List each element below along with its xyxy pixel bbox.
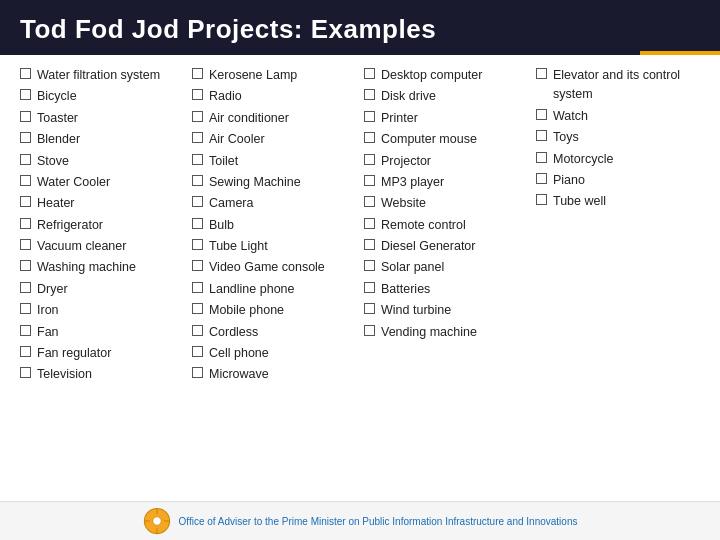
list-item: Tube well [536,191,700,212]
item-label: Batteries [381,280,430,299]
checkbox-icon[interactable] [20,239,31,250]
checkbox-icon[interactable] [536,68,547,79]
svg-point-1 [152,517,160,525]
list-item: Water filtration system [20,65,184,86]
checkbox-icon[interactable] [20,132,31,143]
checkbox-icon[interactable] [192,111,203,122]
item-label: Projector [381,152,431,171]
checkbox-icon[interactable] [536,173,547,184]
checkbox-icon[interactable] [364,154,375,165]
list-item: Fan [20,322,184,343]
checkbox-icon[interactable] [20,111,31,122]
item-label: Washing machine [37,258,136,277]
list-item: Camera [192,193,356,214]
list-item: Washing machine [20,257,184,278]
item-label: Sewing Machine [209,173,301,192]
checkbox-icon[interactable] [20,175,31,186]
content: Water filtration systemBicycleToasterBle… [0,55,720,501]
checkbox-icon[interactable] [192,154,203,165]
list-item: Water Cooler [20,172,184,193]
checkbox-icon[interactable] [364,68,375,79]
checkbox-icon[interactable] [536,109,547,120]
checkbox-icon[interactable] [364,282,375,293]
list-item: Radio [192,86,356,107]
checkbox-icon[interactable] [364,196,375,207]
list-item: Air conditioner [192,108,356,129]
checkbox-icon[interactable] [364,111,375,122]
list-item: Iron [20,300,184,321]
checkbox-icon[interactable] [192,239,203,250]
list-item: Toys [536,127,700,148]
list-item: Air Cooler [192,129,356,150]
list-item: Cordless [192,322,356,343]
item-label: Tube Light [209,237,268,256]
item-label: Toaster [37,109,78,128]
list-item: Disk drive [364,86,528,107]
item-label: Water filtration system [37,66,160,85]
checkbox-icon[interactable] [364,239,375,250]
checkbox-icon[interactable] [536,152,547,163]
list-item: Toilet [192,151,356,172]
item-label: Radio [209,87,242,106]
item-label: Diesel Generator [381,237,476,256]
checkbox-icon[interactable] [20,89,31,100]
list-item: Solar panel [364,257,528,278]
item-label: Disk drive [381,87,436,106]
checkbox-icon[interactable] [192,132,203,143]
item-label: MP3 player [381,173,444,192]
footer: Office of Adviser to the Prime Minister … [0,501,720,540]
item-label: Stove [37,152,69,171]
checkbox-icon[interactable] [20,218,31,229]
checkbox-icon[interactable] [364,132,375,143]
checkbox-icon[interactable] [192,196,203,207]
checkbox-icon[interactable] [192,367,203,378]
checkbox-icon[interactable] [364,260,375,271]
list-item: Video Game console [192,257,356,278]
checkbox-icon[interactable] [20,346,31,357]
checkbox-icon[interactable] [364,325,375,336]
item-label: Iron [37,301,59,320]
checkbox-icon[interactable] [364,218,375,229]
checkbox-icon[interactable] [20,282,31,293]
item-label: Piano [553,171,585,190]
checkbox-icon[interactable] [192,303,203,314]
item-label: Toilet [209,152,238,171]
checkbox-icon[interactable] [536,194,547,205]
checkbox-icon[interactable] [20,367,31,378]
checkbox-icon[interactable] [192,89,203,100]
header: Tod Fod Jod Projects: Examples [0,0,720,55]
list-item: Elevator and its control system [536,65,700,106]
item-label: Fan [37,323,59,342]
page: Tod Fod Jod Projects: Examples Water fil… [0,0,720,540]
checkbox-icon[interactable] [20,196,31,207]
checkbox-icon[interactable] [192,218,203,229]
checkbox-icon[interactable] [20,154,31,165]
checkbox-icon[interactable] [192,260,203,271]
list-item: Landline phone [192,279,356,300]
list-item: Remote control [364,215,528,236]
checkbox-icon[interactable] [192,175,203,186]
list-item: Diesel Generator [364,236,528,257]
list-item: Batteries [364,279,528,300]
item-label: Website [381,194,426,213]
checkbox-icon[interactable] [192,346,203,357]
item-label: Heater [37,194,75,213]
checkbox-icon[interactable] [192,325,203,336]
checkbox-icon[interactable] [20,260,31,271]
checkbox-icon[interactable] [364,303,375,314]
checkbox-icon[interactable] [536,130,547,141]
item-label: Mobile phone [209,301,284,320]
checkbox-icon[interactable] [192,282,203,293]
item-label: Refrigerator [37,216,103,235]
checkbox-icon[interactable] [20,68,31,79]
checkbox-icon[interactable] [192,68,203,79]
checkbox-icon[interactable] [20,325,31,336]
list-item: Microwave [192,364,356,385]
list-item: Television [20,364,184,385]
list-item: Refrigerator [20,215,184,236]
list-item: Tube Light [192,236,356,257]
item-label: Bulb [209,216,234,235]
checkbox-icon[interactable] [364,175,375,186]
checkbox-icon[interactable] [364,89,375,100]
checkbox-icon[interactable] [20,303,31,314]
